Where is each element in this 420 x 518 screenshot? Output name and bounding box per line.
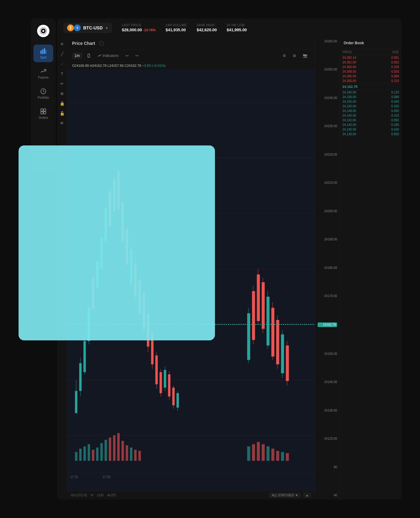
pencil-tool[interactable]: ✏ [58, 79, 66, 88]
order-book-ask-5: 24,355.000.084 [340, 74, 401, 79]
price-level-2: 24240.00 [318, 96, 337, 100]
order-book-ask-1: 24,362.140.001 [340, 55, 401, 60]
price-level-10: 24150.00 [318, 352, 337, 356]
indicators-button[interactable]: Indicators [95, 52, 121, 59]
svg-rect-98 [105, 440, 107, 461]
chevron-down-icon: ▼ [105, 26, 108, 30]
sidebar-item-spot[interactable]: Spot [33, 45, 53, 62]
timeframe-1m-button[interactable]: 1m [72, 52, 82, 59]
svg-rect-5 [44, 48, 45, 54]
svg-rect-89 [286, 345, 289, 381]
redo-button[interactable]: ↪ [133, 52, 141, 59]
screenshot-button[interactable]: 📷 [300, 52, 310, 59]
settings-button[interactable]: ⚙ [280, 52, 289, 59]
sidebar-item-futures[interactable]: Futures [33, 65, 53, 82]
svg-rect-105 [134, 450, 137, 461]
svg-rect-85 [276, 320, 279, 364]
high-value: $42,620.00 [197, 28, 217, 32]
current-price-badge: 24162.78 [318, 322, 337, 327]
lock2-tool[interactable]: 🔓 [58, 109, 66, 118]
price-level-3: 24230.00 [318, 124, 337, 128]
svg-rect-69 [172, 388, 175, 405]
svg-rect-99 [109, 438, 111, 461]
angled-line-tool[interactable]: ⟋ [58, 59, 66, 68]
pair-selector[interactable]: ₿ $ BTC-USD ▼ [63, 23, 112, 33]
pair-label: BTC-USD [83, 25, 103, 30]
chart-title: Price Chart [72, 41, 95, 46]
time-axis: 17:15 17:20 [67, 472, 315, 481]
svg-rect-77 [257, 274, 260, 321]
eye-tool[interactable]: 👁 [58, 119, 66, 127]
order-book-bid-9: 24,135.000.420 [340, 127, 401, 132]
sidebar-item-portfolio-label: Portfolio [38, 96, 49, 99]
last-price-stat: LAST PRICE $28,000.00 -10.76% [122, 24, 156, 32]
sidebar-item-spot-label: Spot [40, 56, 47, 59]
svg-rect-23 [75, 391, 77, 413]
sidebar-item-futures-label: Futures [38, 76, 49, 79]
svg-rect-104 [130, 447, 132, 461]
sidebar-item-portfolio[interactable]: Portfolio [33, 85, 53, 102]
crosshair-tool[interactable]: ✛ [58, 40, 66, 48]
timezone-label: G0 (UTC-8) [71, 494, 87, 497]
svg-rect-6 [45, 50, 46, 54]
order-book-bid-6: 24,145.000.310 [340, 113, 401, 118]
candle-type-button[interactable] [84, 52, 93, 59]
log-label: LOG [97, 494, 104, 497]
svg-rect-115 [286, 453, 289, 461]
chevron-down-icon: ▼ [295, 494, 298, 497]
svg-rect-73 [247, 313, 250, 360]
svg-rect-97 [100, 443, 103, 461]
price-level-8: 24180.00 [318, 266, 337, 270]
portfolio-icon [40, 88, 47, 95]
svg-rect-100 [113, 435, 115, 461]
ohlc-low: L24157.56 [107, 64, 123, 67]
btc-icon: ₿ [67, 24, 74, 31]
line-tool[interactable]: ╱ [58, 50, 66, 58]
price-level-9: 24170.00 [318, 294, 337, 298]
order-book-header: Order Book [340, 37, 401, 49]
svg-rect-3 [41, 50, 42, 54]
layout-button[interactable]: ⊞ [290, 52, 298, 59]
chart-info-icon[interactable]: i [99, 41, 104, 46]
cyan-overlay-panel [19, 145, 215, 340]
order-book-bid-3: 24,155.000.340 [340, 99, 401, 104]
svg-rect-95 [92, 450, 94, 461]
volume-value: $41,935.00 [166, 28, 187, 32]
price-level-4: 24220.00 [318, 153, 337, 156]
volume-label: 24H VOLUME [166, 24, 187, 27]
text-tool[interactable]: T [58, 69, 66, 78]
sidebar-item-orders[interactable]: Orders [33, 105, 53, 123]
all-statuses-button[interactable]: ALL STATUSES ▼ [269, 493, 301, 498]
price-level-15: 40 [318, 494, 337, 497]
svg-rect-4 [42, 50, 43, 54]
order-book-bid-7: 24,142.000.092 [340, 118, 401, 123]
svg-rect-111 [267, 447, 270, 461]
svg-rect-10 [41, 112, 43, 114]
order-book-ask-2: 24,361.000.052 [340, 60, 401, 65]
svg-rect-11 [44, 112, 46, 114]
collapse-button[interactable]: ▲ [303, 493, 311, 498]
undo-button[interactable]: ↩ [123, 52, 131, 59]
svg-rect-87 [281, 335, 284, 373]
order-book-ask-6: 24,350.000.210 [340, 79, 401, 83]
time-label-1: 17:15 [70, 475, 78, 479]
svg-rect-93 [84, 447, 86, 461]
zoom-tool[interactable]: ⊕ [58, 89, 66, 98]
svg-rect-106 [139, 451, 141, 461]
svg-rect-96 [96, 447, 99, 461]
svg-rect-27 [84, 341, 86, 372]
last-price-change: -10.76% [143, 28, 156, 32]
low-label: 24 HR LOW [227, 24, 247, 27]
price-level-13: 24120.00 [318, 437, 337, 440]
svg-rect-114 [281, 452, 284, 461]
price-level-0: 24260.00 [318, 40, 337, 43]
ohlc-close: C24162.78 [124, 64, 141, 67]
app-logo [37, 25, 49, 37]
high-stat: 24HR HIGH $42,620.00 [197, 24, 217, 32]
svg-rect-63 [160, 372, 162, 393]
svg-rect-103 [126, 445, 128, 461]
lock-tool[interactable]: 🔒 [58, 99, 66, 108]
app-container: Spot Futures Portfolio [0, 0, 420, 518]
price-level-11: 24140.00 [318, 380, 337, 384]
ohlc-change: +3.59 (+0.01%) [142, 64, 165, 67]
